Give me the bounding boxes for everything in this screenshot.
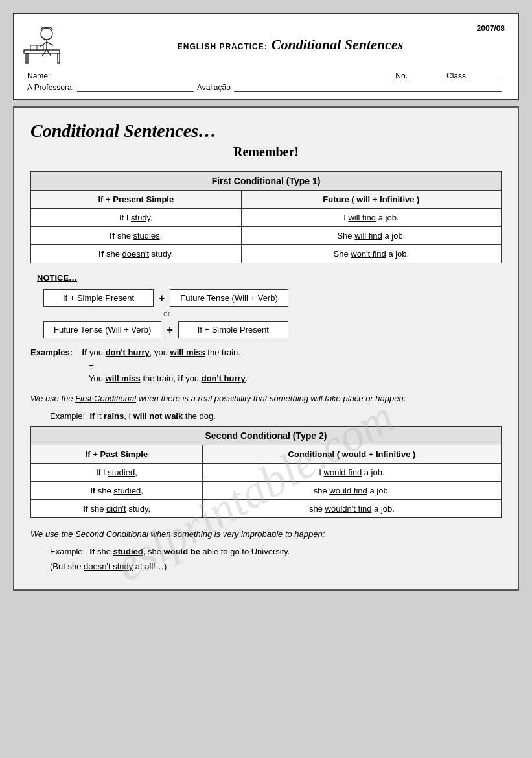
main-content: eslprintable.com Conditional Sentences… … (13, 106, 519, 591)
first-cond-row2-col2: She will find a job. (241, 227, 501, 245)
second-cond-note: (But she doesn't study at all!…) (50, 562, 502, 571)
class-line (469, 71, 502, 80)
table-row: If I study, I will find a job. (31, 209, 502, 227)
avaliacao-label: Avaliação (197, 83, 231, 92)
professora-label: A Professora: (27, 83, 74, 92)
header-fields: Name: No. Class A Professora: Avaliação (21, 71, 508, 92)
header-title-area: 2007/08 English Practice: Conditional Se… (73, 21, 508, 53)
second-cond-row3-col2: she wouldn't find a job. (202, 499, 501, 517)
first-cond-title: First Conditional (Type 1) (31, 172, 502, 191)
second-cond-col2-header: Conditional ( would + Infinitive ) (202, 445, 501, 463)
eq-sign: = (89, 362, 502, 372)
first-cond-col1-header: If + Present Simple (31, 191, 242, 209)
second-cond-row1-col1: If I studied, (31, 463, 203, 481)
header-section: 2007/08 English Practice: Conditional Se… (13, 13, 519, 100)
notice-label: NOTICE… (37, 273, 502, 283)
table-row: If I studied, I would find a job. (31, 463, 502, 481)
professora-line (77, 83, 194, 92)
header-year: 2007/08 (477, 24, 505, 33)
formula1-left: If + Simple Present (43, 289, 154, 307)
header-logo (21, 21, 73, 66)
formula2-right: If + Simple Present (178, 321, 288, 338)
svg-point-3 (41, 28, 52, 40)
first-cond-row3-col1: If she doesn't study, (31, 245, 242, 263)
professora-row: A Professora: Avaliação (27, 83, 502, 92)
second-cond-row3-col1: If she didn't study, (31, 499, 203, 517)
first-cond-row1-col2: I will find a job. (241, 209, 501, 227)
svg-line-6 (47, 42, 53, 45)
first-conditional-table: First Conditional (Type 1) If + Present … (30, 171, 502, 263)
table-row: If she studied, she would find a job. (31, 481, 502, 499)
first-cond-example: Example: If it rains, I will not walk th… (50, 411, 502, 421)
example-text-1: If you don't hurry, you will miss the tr… (82, 348, 240, 357)
table-row: If she doesn't study, She won't find a j… (31, 245, 502, 263)
svg-rect-1 (26, 53, 28, 63)
second-conditional-table: Second Conditional (Type 2) If + Past Si… (30, 426, 502, 518)
first-cond-row1-col1: If I study, (31, 209, 242, 227)
header-main-title: Conditional Sentences (272, 36, 404, 53)
main-title: Conditional Sentences… (30, 121, 502, 141)
table-row: If she studies, She will find a job. (31, 227, 502, 245)
header-subtitle: English Practice: (178, 42, 268, 51)
no-line (411, 71, 443, 80)
second-cond-desc: We use the Second Conditional when somet… (30, 528, 502, 541)
formula-row-2: Future Tense (Will + Verb) + If + Simple… (43, 321, 502, 338)
second-cond-row2-col2: she would find a job. (202, 481, 501, 499)
name-label: Name: (27, 71, 50, 80)
second-cond-title: Second Conditional (Type 2) (31, 426, 502, 445)
main-subtitle: Remember! (30, 145, 502, 160)
name-row: Name: No. Class (27, 71, 502, 80)
second-cond-col1-header: If + Past Simple (31, 445, 203, 463)
examples-section: Examples: If you don't hurry, you will m… (30, 346, 502, 385)
second-cond-example: Example: If she studied, she would be ab… (50, 547, 502, 556)
no-label: No. (395, 71, 408, 80)
formula-rows: If + Simple Present + Future Tense (Will… (43, 289, 502, 338)
formula-row-1: If + Simple Present + Future Tense (Will… (43, 289, 502, 307)
second-cond-row1-col2: I would find a job. (202, 463, 501, 481)
first-cond-row2-col1: If she studies, (31, 227, 242, 245)
svg-rect-2 (58, 53, 60, 63)
second-cond-row2-col1: If she studied, (31, 481, 203, 499)
plus-sign-1: + (159, 292, 165, 304)
table-row: If she didn't study, she wouldn't find a… (31, 499, 502, 517)
class-label: Class (446, 71, 466, 80)
example-line-2: You will miss the train, if you don't hu… (89, 372, 502, 385)
first-cond-desc: We use the First Conditional when there … (30, 392, 502, 406)
formula1-right: Future Tense (Will + Verb) (170, 289, 288, 307)
or-text: or (163, 309, 502, 318)
first-cond-col2-header: Future ( will + Infinitive ) (241, 191, 501, 209)
example-line-1: Examples: If you don't hurry, you will m… (30, 346, 502, 359)
avaliacao-line (234, 83, 502, 92)
notice-section: NOTICE… If + Simple Present + Future Ten… (37, 273, 502, 338)
name-line (53, 71, 392, 80)
first-cond-row3-col2: She won't find a job. (241, 245, 501, 263)
plus-sign-2: + (167, 324, 172, 336)
formula2-left: Future Tense (Will + Verb) (43, 321, 161, 338)
examples-label: Examples: (30, 348, 73, 357)
